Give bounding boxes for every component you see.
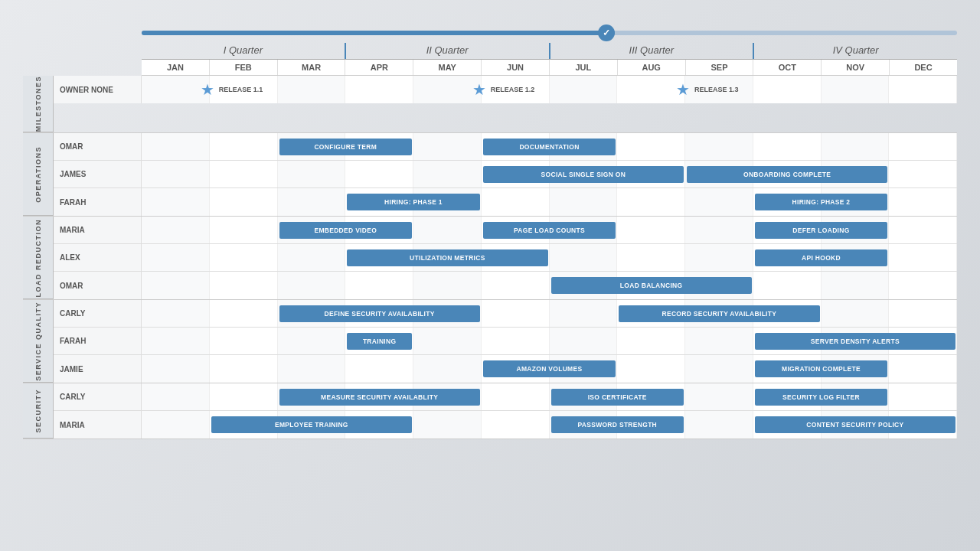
task-bar: CONFIGURE TERM [279, 139, 413, 155]
gantt-cell [550, 188, 618, 216]
gantt-cell [210, 244, 278, 271]
gantt-cell [278, 188, 346, 216]
gantt-cell [482, 328, 550, 354]
gantt-cell [753, 272, 822, 299]
gantt-cell [142, 188, 210, 216]
gantt-area: AMAZON VOLUMESMIGRATION COMPLETE [142, 355, 957, 383]
gantt-area: CONFIGURE TERMDOCUMENTATION [142, 133, 957, 160]
task-bar: HIRING: PHASE 2 [755, 194, 888, 210]
month-label: AUG [618, 60, 686, 75]
gantt-cell [142, 244, 210, 271]
milestone-label: RELEASE 1.2 [491, 86, 535, 93]
gantt-cell [142, 411, 210, 439]
owner-cell: OMAR [54, 272, 142, 299]
gantt-cell [142, 272, 210, 299]
owner-cell: OWNER NONE [54, 76, 142, 103]
gantt-cell [210, 161, 278, 187]
rows-container: MARIAEMBEDDED VIDEOPAGE LOAD COUNTSDEFER… [54, 217, 957, 299]
gantt-cell [550, 328, 618, 354]
gantt-cell [482, 188, 550, 216]
gantt-area: LOAD BALANCING [142, 272, 957, 299]
task-bar: AMAZON VOLUMES [483, 360, 616, 377]
table-row: CARLYMEASURE SECURITY AVAILABLITYISO CER… [54, 383, 957, 411]
gantt-cell [142, 76, 210, 103]
gantt-cell [413, 161, 482, 187]
section-label: LOAD REDUCTION [23, 217, 54, 299]
timeline-area: I QuarterII QuarterIII QuarterIV Quarter… [23, 26, 957, 439]
table-row: OMARLOAD BALANCING [54, 272, 957, 299]
progress-track [142, 31, 957, 35]
gantt-cell [142, 133, 210, 160]
task-bar: SECURITY LOG FILTER [755, 389, 888, 406]
gantt-cell [142, 217, 210, 243]
milestone-label: RELEASE 1.1 [219, 86, 263, 93]
task-bar: CONTENT SECURITY POLICY [755, 416, 956, 433]
milestone-star-icon: ★ [201, 80, 214, 99]
gantt-area: ★RELEASE 1.1★RELEASE 1.2★RELEASE 1.3 [142, 76, 957, 103]
quarter-label: I Quarter [142, 43, 346, 59]
gantt-cell [685, 328, 753, 354]
milestone-star-icon: ★ [676, 80, 690, 99]
table-row: CARLYDEFINE SECURITY AVAILABILITYRECORD … [54, 300, 957, 328]
section-group: SECURITYCARLYMEASURE SECURITY AVAILABLIT… [23, 383, 957, 439]
table-row: MARIAEMPLOYEE TRAININGPASSWORD STRENGTHC… [54, 411, 957, 439]
section-label: OPERATIONS [23, 133, 54, 216]
owner-cell: CARLY [54, 383, 142, 410]
month-label: FEB [210, 60, 278, 75]
gantt-cell [685, 383, 753, 410]
gantt-cell [889, 133, 957, 160]
task-bar: MIGRATION COMPLETE [755, 360, 888, 377]
gantt-cell [550, 76, 618, 103]
gantt-cell [685, 411, 753, 439]
gantt-cell [685, 244, 753, 271]
gantt-cell [617, 244, 685, 271]
section-group: OPERATIONSOMARCONFIGURE TERMDOCUMENTATIO… [23, 133, 957, 217]
progress-bar-row [142, 26, 957, 40]
gantt-cell [822, 76, 890, 103]
milestone-star-icon: ★ [472, 80, 486, 99]
task-bar: EMPLOYEE TRAINING [211, 416, 412, 433]
gantt-cell [142, 383, 210, 410]
progress-dot [598, 24, 615, 41]
task-bar: LOAD BALANCING [551, 277, 752, 294]
task-bar: SOCIAL SINGLE SIGN ON [483, 166, 684, 183]
table-row: FARAHHIRING: PHASE 1HIRING: PHASE 2 [54, 188, 957, 216]
task-bar: DOCUMENTATION [483, 139, 616, 155]
gantt-area: TRAININGSERVER DENSITY ALERTS [142, 328, 957, 354]
gantt-cell [142, 355, 210, 383]
gantt-cell [617, 133, 685, 160]
gantt-cell [210, 188, 278, 216]
owner-cell: JAMES [54, 161, 142, 187]
section-label: SERVICE QUALITY [23, 300, 54, 383]
gantt-cell [822, 300, 890, 327]
gantt-cell [413, 217, 482, 243]
gantt-cell [210, 328, 278, 354]
task-bar: API HOOKD [755, 249, 888, 266]
task-bar: ONBOARDING COMPLETE [687, 166, 887, 183]
gantt-cell [413, 355, 482, 383]
gantt-cell [345, 272, 413, 299]
quarter-label: III Quarter [550, 43, 755, 59]
slide: I QuarterII QuarterIII QuarterIV Quarter… [0, 0, 980, 551]
month-label: MAR [278, 60, 346, 75]
gantt-area: MEASURE SECURITY AVAILABLITYISO CERTIFIC… [142, 383, 957, 410]
rows-container: OMARCONFIGURE TERMDOCUMENTATIONJAMESSOCI… [54, 133, 957, 216]
gantt-cell [210, 133, 278, 160]
gantt-cell [142, 328, 210, 354]
task-bar: UTILIZATION METRICS [347, 249, 547, 266]
owner-cell: MARIA [54, 217, 142, 243]
owner-cell: FARAH [54, 328, 142, 354]
gantt-cell [617, 188, 685, 216]
gantt-area: EMBEDDED VIDEOPAGE LOAD COUNTSDEFER LOAD… [142, 217, 957, 243]
gantt-cell [278, 244, 346, 271]
month-label: JUN [482, 60, 550, 75]
gantt-cell [482, 411, 550, 439]
quarter-label: IV Quarter [754, 43, 957, 59]
gantt-cell [889, 355, 957, 383]
gantt-area: SOCIAL SINGLE SIGN ONONBOARDING COMPLETE [142, 161, 957, 187]
gantt-cell [345, 161, 413, 187]
section-group: MILESTONESOWNER NONE★RELEASE 1.1★RELEASE… [23, 76, 957, 133]
month-label: JUL [550, 60, 618, 75]
gantt-cell [889, 161, 957, 187]
task-bar: ISO CERTIFICATE [551, 389, 684, 406]
